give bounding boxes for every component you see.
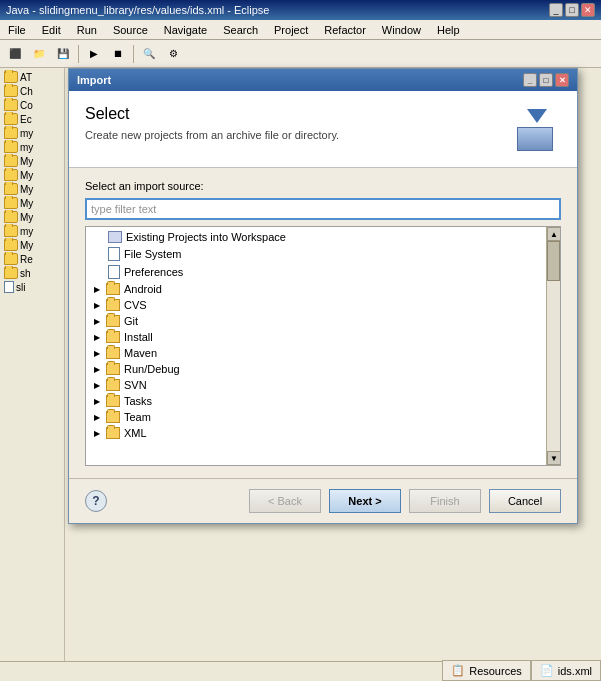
tree-item-git[interactable]: ▶ Git <box>88 313 558 329</box>
tree-item-install[interactable]: ▶ Install <box>88 329 558 345</box>
menu-run[interactable]: Run <box>73 22 101 38</box>
sidebar-item-My5[interactable]: My <box>2 210 62 224</box>
dialog-footer: ? < Back Next > Finish Cancel <box>69 478 577 523</box>
toolbar-btn-1[interactable]: ⬛ <box>4 43 26 65</box>
menu-refactor[interactable]: Refactor <box>320 22 370 38</box>
sidebar-item-sh[interactable]: sh <box>2 266 62 280</box>
tree-item-existing-projects[interactable]: Existing Projects into Workspace <box>88 229 558 245</box>
minimize-button[interactable]: _ <box>549 3 563 17</box>
tree-item-xml[interactable]: ▶ XML <box>88 425 558 441</box>
sidebar-item-My6[interactable]: My <box>2 238 62 252</box>
folder-icon <box>4 267 18 279</box>
help-button[interactable]: ? <box>85 490 107 512</box>
toolbar-btn-7[interactable]: ⚙ <box>162 43 184 65</box>
folder-maven-icon <box>106 347 120 359</box>
import-icon <box>515 107 559 151</box>
filesystem-icon <box>108 247 120 261</box>
folder-icon <box>4 225 18 237</box>
tree-item-rundebug[interactable]: ▶ Run/Debug <box>88 361 558 377</box>
finish-button[interactable]: Finish <box>409 489 481 513</box>
tree-item-android[interactable]: ▶ Android <box>88 281 558 297</box>
expand-icon: ▶ <box>94 429 100 438</box>
tab-resources[interactable]: 📋 Resources <box>442 660 531 681</box>
tree-item-team[interactable]: ▶ Team <box>88 409 558 425</box>
maximize-button[interactable]: □ <box>565 3 579 17</box>
dialog-maximize-button[interactable]: □ <box>539 73 553 87</box>
folder-tasks-icon <box>106 395 120 407</box>
dialog-header-text: Select Create new projects from an archi… <box>85 105 339 141</box>
footer-buttons: < Back Next > Finish Cancel <box>249 489 561 513</box>
toolbar-btn-2[interactable]: 📁 <box>28 43 50 65</box>
scrollbar-track[interactable] <box>547 241 560 451</box>
folder-icon <box>4 155 18 167</box>
back-button[interactable]: < Back <box>249 489 321 513</box>
sidebar-item-My1[interactable]: My <box>2 154 62 168</box>
folder-icon <box>4 85 18 97</box>
tree-item-maven[interactable]: ▶ Maven <box>88 345 558 361</box>
sidebar-item-my2[interactable]: my <box>2 140 62 154</box>
expand-icon: ▶ <box>94 285 100 294</box>
cancel-button[interactable]: Cancel <box>489 489 561 513</box>
filter-input[interactable] <box>85 198 561 220</box>
menu-file[interactable]: File <box>4 22 30 38</box>
tree-item-preferences[interactable]: Preferences <box>88 263 558 281</box>
menu-edit[interactable]: Edit <box>38 22 65 38</box>
menu-navigate[interactable]: Navigate <box>160 22 211 38</box>
menu-window[interactable]: Window <box>378 22 425 38</box>
folder-icon <box>4 211 18 223</box>
tree-scrollbar[interactable]: ▲ ▼ <box>546 227 560 465</box>
scrollbar-down-arrow[interactable]: ▼ <box>547 451 561 465</box>
tab-resources-icon: 📋 <box>451 664 465 677</box>
folder-git-icon <box>106 315 120 327</box>
sidebar-item-My3[interactable]: My <box>2 182 62 196</box>
sidebar-item-at[interactable]: AT <box>2 70 62 84</box>
expand-icon: ▶ <box>94 381 100 390</box>
import-tree[interactable]: Existing Projects into Workspace File Sy… <box>85 226 561 466</box>
toolbar-sep-2 <box>133 45 134 63</box>
folder-icon <box>4 169 18 181</box>
folder-svn-icon <box>106 379 120 391</box>
close-window-button[interactable]: ✕ <box>581 3 595 17</box>
folder-icon <box>4 127 18 139</box>
folder-icon <box>4 183 18 195</box>
toolbar-btn-6[interactable]: 🔍 <box>138 43 160 65</box>
preferences-icon <box>108 265 120 279</box>
toolbar-btn-5[interactable]: ⏹ <box>107 43 129 65</box>
dialog-header-icon <box>513 105 561 153</box>
sidebar-item-co[interactable]: Co <box>2 98 62 112</box>
dialog-body: Select an import source: Existing Projec… <box>69 168 577 478</box>
tree-item-file-system[interactable]: File System <box>88 245 558 263</box>
sidebar: AT Ch Co Ec my my My My <box>0 68 65 661</box>
folder-icon <box>4 253 18 265</box>
tab-ids-xml[interactable]: 📄 ids.xml <box>531 660 601 681</box>
sidebar-item-re[interactable]: Re <box>2 252 62 266</box>
scrollbar-up-arrow[interactable]: ▲ <box>547 227 561 241</box>
toolbar-btn-4[interactable]: ▶ <box>83 43 105 65</box>
dialog-description: Create new projects from an archive file… <box>85 129 339 141</box>
folder-icon <box>4 141 18 153</box>
sidebar-item-sli[interactable]: sli <box>2 280 62 294</box>
dialog-title-controls: _ □ ✕ <box>523 73 569 87</box>
tree-item-cvs[interactable]: ▶ CVS <box>88 297 558 313</box>
sidebar-item-my3[interactable]: my <box>2 224 62 238</box>
tab-idsxml-label: ids.xml <box>558 665 592 677</box>
sidebar-item-my1[interactable]: my <box>2 126 62 140</box>
tree-item-tasks[interactable]: ▶ Tasks <box>88 393 558 409</box>
sidebar-item-My4[interactable]: My <box>2 196 62 210</box>
tab-idsxml-icon: 📄 <box>540 664 554 677</box>
toolbar-btn-3[interactable]: 💾 <box>52 43 74 65</box>
menu-search[interactable]: Search <box>219 22 262 38</box>
menu-source[interactable]: Source <box>109 22 152 38</box>
dialog-minimize-button[interactable]: _ <box>523 73 537 87</box>
expand-icon: ▶ <box>94 397 100 406</box>
dialog-close-button[interactable]: ✕ <box>555 73 569 87</box>
sidebar-item-ch[interactable]: Ch <box>2 84 62 98</box>
sidebar-item-My2[interactable]: My <box>2 168 62 182</box>
tree-item-svn[interactable]: ▶ SVN <box>88 377 558 393</box>
menu-help[interactable]: Help <box>433 22 464 38</box>
menu-project[interactable]: Project <box>270 22 312 38</box>
scrollbar-thumb[interactable] <box>547 241 560 281</box>
bottom-tabs: 📋 Resources 📄 ids.xml <box>442 660 601 681</box>
next-button[interactable]: Next > <box>329 489 401 513</box>
sidebar-item-ec[interactable]: Ec <box>2 112 62 126</box>
